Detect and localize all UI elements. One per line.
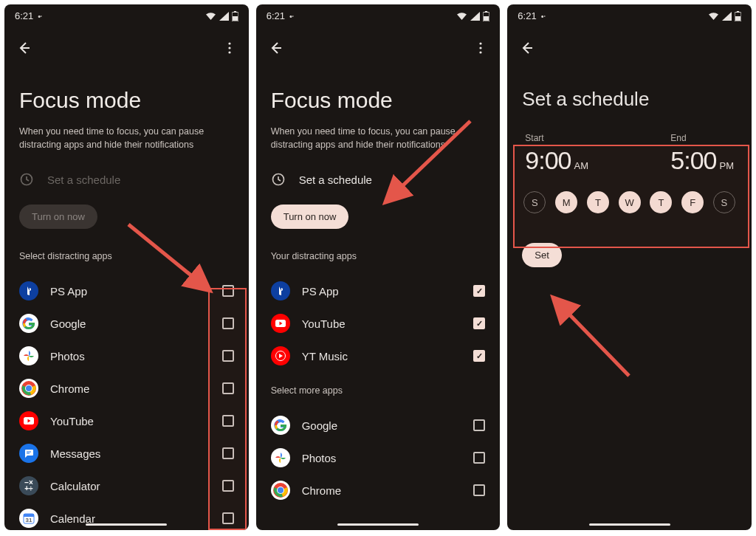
overflow-menu-button[interactable]	[472, 39, 489, 57]
app-name-label: YouTube	[50, 415, 210, 427]
day-toggle[interactable]: W	[619, 191, 641, 213]
battery-icon	[232, 11, 238, 21]
app-name-label: Chrome	[302, 484, 462, 497]
app-checkbox[interactable]	[473, 452, 485, 464]
phone-screen-1: 6:21 Focus mode When you need time to fo…	[4, 4, 249, 530]
schedule-label: Set a schedule	[47, 173, 120, 186]
end-time-picker[interactable]: 5:00 PM	[670, 146, 734, 175]
signal-icon	[722, 12, 732, 21]
app-row[interactable]: 31Calendar	[19, 502, 234, 530]
status-bar: 6:21	[4, 4, 249, 24]
end-label: End	[670, 133, 734, 143]
app-checkbox[interactable]	[222, 285, 234, 297]
signal-icon	[219, 12, 229, 21]
day-toggle[interactable]: M	[555, 191, 577, 213]
start-time: 9:00	[525, 146, 571, 175]
google-icon	[19, 314, 38, 333]
day-toggle[interactable]: T	[587, 191, 609, 213]
calendar-icon: 31	[19, 509, 38, 528]
svg-rect-1	[234, 11, 236, 13]
back-button[interactable]	[267, 39, 284, 57]
svg-line-32	[555, 300, 629, 376]
app-checkbox[interactable]	[222, 480, 234, 492]
day-toggle[interactable]: S	[523, 191, 546, 213]
app-name-label: Google	[302, 419, 462, 432]
set-schedule-row[interactable]: Set a schedule	[19, 172, 234, 187]
your-app-row[interactable]: YT Music	[271, 340, 486, 372]
set-schedule-row[interactable]: Set a schedule	[271, 172, 486, 187]
start-ampm: AM	[574, 160, 589, 171]
app-checkbox[interactable]	[222, 317, 234, 329]
status-bar: 6:21	[507, 4, 752, 24]
svg-point-4	[228, 47, 230, 49]
app-checkbox[interactable]	[222, 415, 234, 427]
day-toggle[interactable]: T	[650, 191, 672, 213]
wifi-icon	[456, 12, 467, 21]
day-toggle[interactable]: S	[713, 191, 735, 213]
svg-rect-30	[737, 11, 739, 13]
back-button[interactable]	[15, 39, 32, 57]
svg-rect-19	[484, 16, 489, 21]
wifi-icon	[205, 12, 216, 21]
section-more-apps: Select more apps	[271, 385, 486, 396]
app-row[interactable]: PS App	[19, 275, 234, 307]
app-row[interactable]: Google	[19, 307, 234, 340]
app-checkbox[interactable]	[222, 447, 234, 459]
app-row[interactable]: Chrome	[19, 372, 234, 405]
app-checkbox[interactable]	[473, 317, 485, 329]
svg-point-9	[26, 385, 32, 391]
app-row[interactable]: Messages	[19, 437, 234, 470]
app-checkbox[interactable]	[222, 382, 234, 394]
schedule-label: Set a schedule	[299, 173, 372, 186]
clock-icon	[19, 172, 34, 187]
turn-on-now-button[interactable]: Turn on now	[271, 205, 349, 229]
svg-rect-2	[233, 16, 238, 21]
end-ampm: PM	[720, 160, 735, 171]
app-checkbox[interactable]	[473, 484, 485, 496]
more-app-row[interactable]: Chrome	[271, 474, 486, 506]
top-nav	[256, 24, 501, 61]
overflow-menu-button[interactable]	[221, 39, 238, 57]
section-your-apps: Your distracting apps	[271, 251, 486, 261]
google-icon	[271, 416, 290, 435]
ps-icon	[19, 281, 38, 300]
more-app-row[interactable]: Photos	[271, 441, 486, 474]
app-name-label: Google	[50, 317, 210, 330]
status-bar: 6:21	[256, 4, 501, 24]
status-notif-icon	[289, 10, 294, 21]
app-name-label: Photos	[302, 452, 462, 464]
start-time-picker[interactable]: 9:00 AM	[525, 146, 588, 175]
start-label: Start	[525, 133, 588, 143]
nav-handle[interactable]	[86, 523, 167, 526]
messages-icon	[19, 444, 38, 463]
app-checkbox[interactable]	[473, 285, 485, 297]
your-app-row[interactable]: YouTube	[271, 307, 486, 340]
page-subtitle: When you need time to focus, you can pau…	[19, 125, 234, 151]
app-checkbox[interactable]	[473, 419, 485, 431]
app-name-label: Chrome	[50, 382, 210, 395]
app-checkbox[interactable]	[473, 350, 485, 362]
set-button[interactable]: Set	[522, 243, 562, 267]
your-app-row[interactable]: PS App	[271, 275, 486, 307]
status-notif-icon	[541, 10, 546, 21]
back-button[interactable]	[518, 39, 535, 57]
day-toggle[interactable]: F	[681, 191, 704, 213]
svg-point-27	[278, 487, 284, 493]
status-time: 6:21	[267, 10, 285, 21]
svg-point-5	[228, 51, 230, 53]
app-name-label: PS App	[302, 285, 462, 298]
photos-icon	[271, 448, 290, 467]
battery-icon	[735, 11, 741, 21]
app-checkbox[interactable]	[222, 512, 234, 524]
svg-point-21	[480, 47, 482, 49]
more-app-row[interactable]: Google	[271, 409, 486, 441]
app-row[interactable]: −×+÷Calculator	[19, 470, 234, 502]
nav-handle[interactable]	[589, 523, 670, 526]
app-row[interactable]: YouTube	[19, 405, 234, 437]
app-row[interactable]: Photos	[19, 340, 234, 372]
app-checkbox[interactable]	[222, 350, 234, 362]
top-nav	[507, 24, 752, 61]
turn-on-now-button[interactable]: Turn on now	[19, 205, 97, 229]
page-subtitle: When you need time to focus, you can pau…	[271, 125, 486, 151]
nav-handle[interactable]	[337, 523, 419, 526]
